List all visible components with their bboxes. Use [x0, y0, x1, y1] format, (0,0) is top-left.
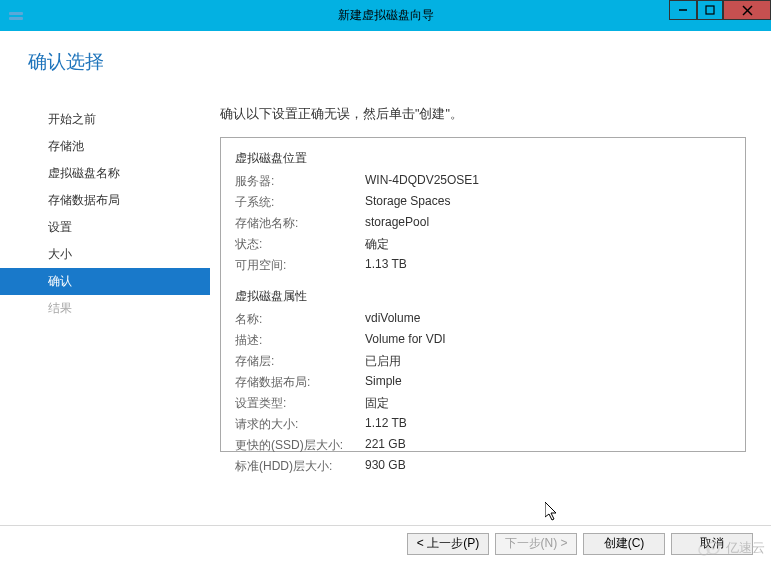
row-layout: 存储数据布局:Simple	[235, 374, 731, 391]
wizard-sidebar: 开始之前 存储池 虚拟磁盘名称 存储数据布局 设置 大小 确认 结果	[0, 31, 210, 525]
label-ssd: 更快的(SSD)层大小:	[235, 437, 365, 454]
sidebar-item-before[interactable]: 开始之前	[0, 106, 210, 133]
label-server: 服务器:	[235, 173, 365, 190]
sidebar-item-pool[interactable]: 存储池	[0, 133, 210, 160]
app-icon	[8, 8, 24, 24]
page-title: 确认选择	[28, 49, 104, 75]
row-poolname: 存储池名称:storagePool	[235, 215, 731, 232]
content-area: 开始之前 存储池 虚拟磁盘名称 存储数据布局 设置 大小 确认 结果 确认以下设…	[0, 31, 771, 525]
cancel-button[interactable]: 取消	[671, 533, 753, 555]
row-reqsize: 请求的大小:1.12 TB	[235, 416, 731, 433]
label-available: 可用空间:	[235, 257, 365, 274]
row-server: 服务器:WIN-4DQDV25OSE1	[235, 173, 731, 190]
value-name: vdiVolume	[365, 311, 420, 328]
value-subsystem: Storage Spaces	[365, 194, 450, 211]
row-status: 状态:确定	[235, 236, 731, 253]
value-desc: Volume for VDI	[365, 332, 446, 349]
sidebar-item-result: 结果	[0, 295, 210, 322]
row-available: 可用空间:1.13 TB	[235, 257, 731, 274]
svg-rect-0	[9, 12, 23, 15]
svg-rect-1	[9, 17, 23, 20]
row-ssd: 更快的(SSD)层大小:221 GB	[235, 437, 731, 454]
value-layout: Simple	[365, 374, 402, 391]
sidebar-item-confirm[interactable]: 确认	[0, 268, 210, 295]
maximize-button[interactable]	[697, 0, 723, 20]
page-header: 确认选择	[28, 49, 104, 75]
value-prov: 固定	[365, 395, 389, 412]
section-properties-title: 虚拟磁盘属性	[235, 288, 731, 305]
sidebar-item-settings[interactable]: 设置	[0, 214, 210, 241]
row-name: 名称:vdiVolume	[235, 311, 731, 328]
label-layout: 存储数据布局:	[235, 374, 365, 391]
value-server: WIN-4DQDV25OSE1	[365, 173, 479, 190]
sidebar-item-size[interactable]: 大小	[0, 241, 210, 268]
instruction-text: 确认以下设置正确无误，然后单击"创建"。	[220, 106, 746, 123]
sidebar-item-layout[interactable]: 存储数据布局	[0, 187, 210, 214]
value-ssd: 221 GB	[365, 437, 406, 454]
section-location-title: 虚拟磁盘位置	[235, 150, 731, 167]
row-tier: 存储层:已启用	[235, 353, 731, 370]
label-subsystem: 子系统:	[235, 194, 365, 211]
minimize-button[interactable]	[669, 0, 697, 20]
label-name: 名称:	[235, 311, 365, 328]
label-reqsize: 请求的大小:	[235, 416, 365, 433]
value-hdd: 930 GB	[365, 458, 406, 475]
main-panel: 确认以下设置正确无误，然后单击"创建"。 虚拟磁盘位置 服务器:WIN-4DQD…	[210, 31, 771, 525]
value-available: 1.13 TB	[365, 257, 407, 274]
next-button: 下一步(N) >	[495, 533, 577, 555]
create-button[interactable]: 创建(C)	[583, 533, 665, 555]
window-title: 新建虚拟磁盘向导	[338, 7, 434, 24]
svg-rect-3	[706, 6, 714, 14]
label-poolname: 存储池名称:	[235, 215, 365, 232]
label-prov: 设置类型:	[235, 395, 365, 412]
row-prov: 设置类型:固定	[235, 395, 731, 412]
label-tier: 存储层:	[235, 353, 365, 370]
value-status: 确定	[365, 236, 389, 253]
row-hdd: 标准(HDD)层大小:930 GB	[235, 458, 731, 475]
sidebar-item-diskname[interactable]: 虚拟磁盘名称	[0, 160, 210, 187]
value-tier: 已启用	[365, 353, 401, 370]
previous-button[interactable]: < 上一步(P)	[407, 533, 489, 555]
value-poolname: storagePool	[365, 215, 429, 232]
wizard-footer: < 上一步(P) 下一步(N) > 创建(C) 取消	[0, 525, 771, 561]
confirmation-box: 虚拟磁盘位置 服务器:WIN-4DQDV25OSE1 子系统:Storage S…	[220, 137, 746, 452]
label-hdd: 标准(HDD)层大小:	[235, 458, 365, 475]
window-controls	[669, 0, 771, 20]
label-desc: 描述:	[235, 332, 365, 349]
label-status: 状态:	[235, 236, 365, 253]
titlebar: 新建虚拟磁盘向导	[0, 0, 771, 31]
close-button[interactable]	[723, 0, 771, 20]
value-reqsize: 1.12 TB	[365, 416, 407, 433]
row-subsystem: 子系统:Storage Spaces	[235, 194, 731, 211]
row-desc: 描述:Volume for VDI	[235, 332, 731, 349]
